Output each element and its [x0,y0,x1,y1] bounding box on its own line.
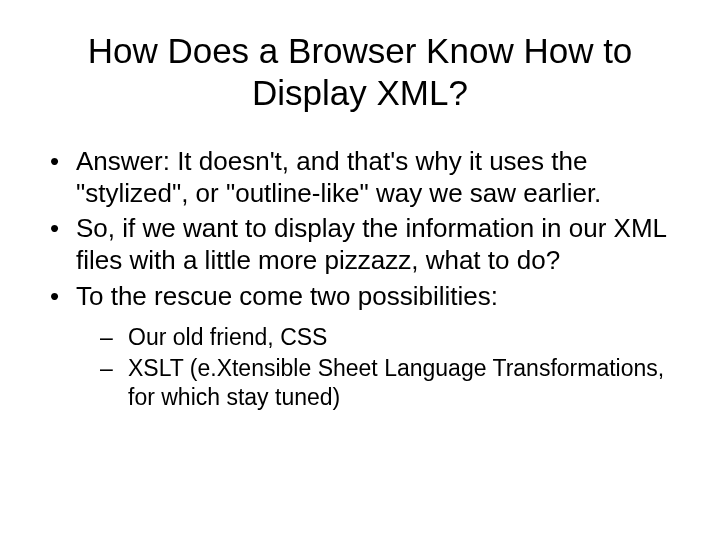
slide-title: How Does a Browser Know How to Display X… [36,30,684,114]
sub-bullet-item: Our old friend, CSS [100,323,684,352]
bullet-text: To the rescue come two possibilities: [76,281,498,311]
sub-bullet-item: XSLT (e.Xtensible Sheet Language Transfo… [100,354,684,413]
bullet-item: So, if we want to display the informatio… [50,213,684,276]
main-bullet-list: Answer: It doesn't, and that's why it us… [36,146,684,413]
sub-bullet-list: Our old friend, CSS XSLT (e.Xtensible Sh… [76,323,684,413]
bullet-item: To the rescue come two possibilities: Ou… [50,281,684,413]
bullet-item: Answer: It doesn't, and that's why it us… [50,146,684,209]
